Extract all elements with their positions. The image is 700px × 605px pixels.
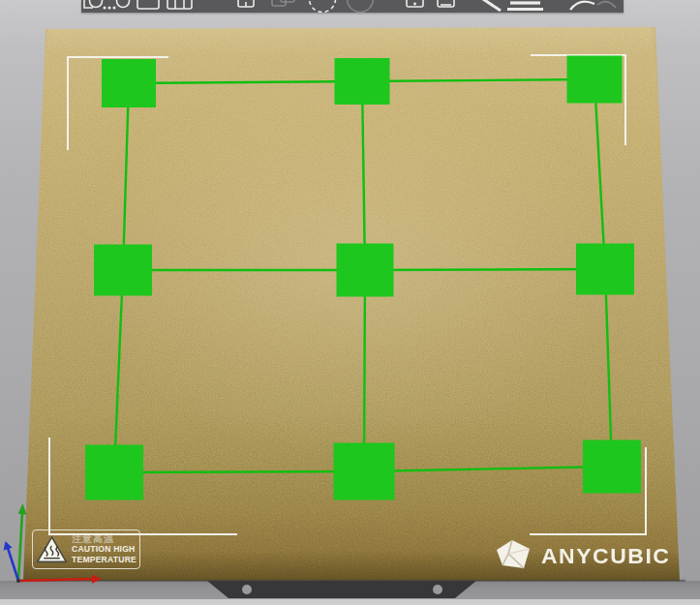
panel-b-icon[interactable] [407, 0, 423, 7]
build-plate[interactable] [0, 0, 700, 605]
grid-view-icon[interactable] [167, 0, 192, 9]
more-options-icon[interactable] [104, 7, 116, 10]
y-axis-arrow [4, 541, 13, 551]
undo-icon[interactable] [570, 2, 594, 10]
brand-logo: ANYCUBIC [496, 538, 670, 573]
panel-c-icon[interactable] [438, 0, 454, 7]
dashed-circle-icon[interactable] [310, 0, 336, 13]
pen-tool-icon[interactable] [480, 0, 501, 11]
small-panel-a-icon[interactable] [238, 0, 254, 7]
copy-disabled-icon[interactable] [272, 0, 294, 6]
redo-disabled-icon[interactable] [597, 2, 616, 8]
circle-disabled-icon[interactable] [348, 0, 374, 13]
caution-text-cn: 注意高温 [72, 533, 137, 544]
top-toolbar [81, 0, 624, 13]
caution-label: 注意高温 CAUTION HIGH TEMPERATURE [32, 529, 140, 569]
open-file-icon[interactable] [84, 0, 103, 8]
plate-edge-shading [0, 0, 700, 605]
viewport-3d[interactable]: 注意高温 CAUTION HIGH TEMPERATURE ANYCUBIC [0, 0, 700, 605]
floor [0, 599, 700, 605]
caution-text-en2: TEMPERATURE [72, 555, 137, 565]
bed-base [0, 581, 700, 600]
layers-icon[interactable] [507, 3, 543, 10]
info-circle-icon[interactable] [117, 0, 130, 8]
anycubic-cube-icon [496, 538, 533, 573]
hot-surface-icon [36, 533, 68, 566]
caution-text-en1: CAUTION HIGH [72, 544, 137, 555]
rect-tool-icon[interactable] [137, 0, 159, 9]
y-axis [8, 548, 18, 581]
z-axis [18, 513, 22, 581]
z-axis-arrow [18, 503, 27, 514]
brand-wordmark: ANYCUBIC [541, 543, 670, 568]
